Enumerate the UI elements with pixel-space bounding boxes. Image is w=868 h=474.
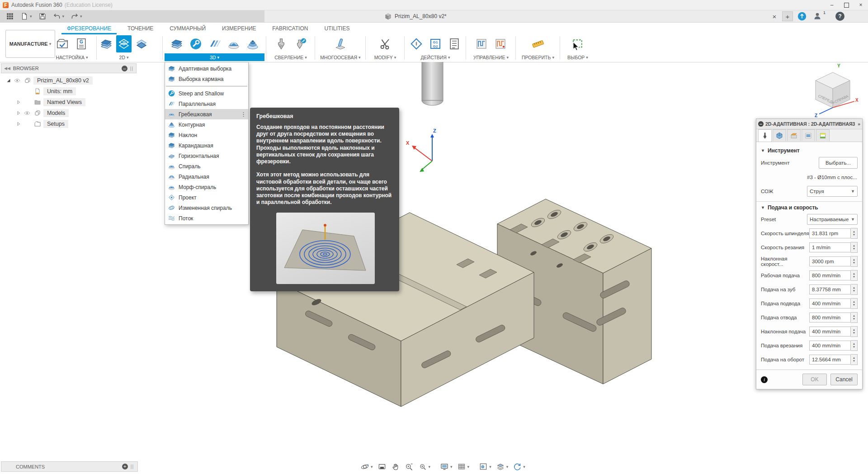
ribbon-tool-sheet-list[interactable] (446, 35, 463, 52)
ribbon-group-label-многоосевая[interactable]: МНОГООСЕВАЯ (317, 53, 364, 61)
ribbon-group-label-3d[interactable]: 3D (165, 53, 264, 61)
spinner-buttons[interactable]: ▲▼ (851, 284, 858, 295)
collapse-arrows-icon[interactable]: ◀◀ (4, 66, 10, 71)
menu-item-морф-спираль[interactable]: Морф-спираль (165, 182, 248, 192)
document-close-icon[interactable]: × (769, 11, 779, 21)
cancel-button[interactable]: Cancel (830, 374, 858, 385)
nav-refresh-button[interactable] (513, 462, 525, 471)
spinner-buttons[interactable]: ▲▼ (851, 270, 858, 281)
comments-bar[interactable]: COMMENTS + || (1, 461, 138, 472)
account-button[interactable]: 1 (813, 11, 825, 21)
input-наклонная-скорост-[interactable]: 3000 rpm (809, 256, 851, 266)
select-tool-button[interactable]: Выбрать... (819, 157, 858, 169)
nav-pan-button[interactable] (391, 462, 400, 471)
spinner-buttons[interactable]: ▲▼ (851, 228, 858, 239)
app-launcher-button[interactable] (3, 11, 17, 22)
dialog-dock-icon[interactable]: » (858, 121, 860, 127)
input-подача-на-оборот[interactable]: 12.5664 mm (809, 355, 851, 365)
menu-item-измененная-спираль[interactable]: Измененная спираль (165, 203, 248, 213)
menu-item-steep-and-shallow[interactable]: Steep and Shallow (165, 88, 248, 99)
ribbon-group-label-действия[interactable]: ДЕЙСТВИЯ (406, 53, 464, 61)
spinner-buttons[interactable]: ▲▼ (851, 340, 858, 351)
ribbon-tool-scissors[interactable] (377, 35, 394, 52)
ribbon-tool-dome[interactable] (225, 35, 242, 52)
save-button[interactable] (35, 11, 50, 22)
workspace-tab-измерение[interactable]: ИЗМЕРЕНИЕ (214, 23, 264, 34)
ribbon-tool-toolpath-b[interactable] (492, 35, 509, 52)
dialog-minimize-icon[interactable]: – (758, 121, 764, 127)
operation-tab-pt-geom[interactable] (773, 129, 786, 141)
nav-grid-and-snaps-button[interactable] (457, 462, 470, 471)
menu-item-адаптивная-выборка[interactable]: Адаптивная выборка (165, 63, 248, 74)
ribbon-tool-sim-diamond[interactable] (408, 35, 425, 52)
ribbon-tool-post-g[interactable]: G (73, 35, 90, 52)
minimize-button[interactable]: – (825, 0, 839, 10)
ribbon-tool-ruler[interactable] (529, 35, 547, 52)
browser-row-named-views[interactable]: Named Views (1, 97, 137, 108)
undo-button[interactable] (50, 11, 68, 22)
ribbon-tool-sheets[interactable] (168, 35, 185, 52)
nav-effects-button[interactable] (496, 462, 509, 471)
expander-icon[interactable] (14, 88, 23, 95)
ribbon-tool-cone[interactable] (244, 35, 261, 52)
menu-item-горизонтальная[interactable]: Горизонтальная (165, 151, 248, 161)
input-скорость-резания[interactable]: 1 m/min (809, 242, 851, 252)
input-подача-на-зуб[interactable]: 8.37758 mm (809, 284, 851, 294)
browser-row-models[interactable]: Models (1, 108, 137, 118)
kebab-menu-icon[interactable]: ⋮ (241, 111, 246, 118)
menu-item-наклон[interactable]: Наклон (165, 130, 248, 140)
menu-item-выборка-кармана[interactable]: Выборка кармана (165, 74, 248, 84)
browser-minimize-icon[interactable]: – (122, 66, 127, 71)
operation-tab-pt-passes[interactable] (802, 129, 815, 141)
ribbon-tool-face-diamond[interactable] (133, 35, 149, 52)
workspace-tab-фрезерование[interactable]: ФРЕЗЕРОВАНИЕ (59, 23, 119, 34)
operation-tab-pt-link[interactable] (816, 129, 830, 141)
ok-button[interactable]: OK (802, 374, 827, 385)
ribbon-tool-sheets[interactable] (99, 35, 114, 52)
browser-row-setups[interactable]: Setups (1, 118, 137, 129)
visibility-eye-icon[interactable] (13, 77, 22, 84)
operation-tab-pt-heights[interactable] (787, 129, 801, 141)
ribbon-group-label-сверление[interactable]: СВЕРЛЕНИЕ (268, 53, 313, 61)
help-button[interactable]: ? (835, 12, 844, 21)
ribbon-tool-diamond-active[interactable] (116, 35, 132, 52)
menu-item-проект[interactable]: Проект (165, 192, 248, 203)
expander-icon[interactable] (5, 77, 13, 84)
document-tab[interactable]: Prizim_AL_80x80 v2* (384, 10, 447, 22)
ribbon-tool-parallel[interactable] (206, 35, 223, 52)
ribbon-group-label-настройка[interactable]: НАСТРОЙКА (49, 53, 95, 61)
expander-icon[interactable] (14, 109, 23, 117)
visibility-eye-icon[interactable] (23, 99, 32, 106)
visibility-eye-icon[interactable] (23, 109, 32, 117)
file-menu-button[interactable] (17, 11, 35, 22)
menu-item-гребешковая[interactable]: Гребешковая⋮ (165, 109, 248, 119)
operation-dialog-header[interactable]: – 2D-АДАПТИВНАЯ : 2D-АДАПТИВНАЯ3 » (756, 119, 862, 129)
spinner-buttons[interactable]: ▲▼ (851, 242, 858, 253)
menu-item-параллельная[interactable]: Параллельная (165, 99, 248, 109)
section-header-подача-и-скорость[interactable]: ▼Подача и скорость (761, 204, 858, 211)
ribbon-tool-drill-wrench[interactable] (292, 35, 309, 52)
spinner-buttons[interactable]: ▲▼ (851, 298, 858, 309)
input-рабочая-подача[interactable]: 800 mm/min (809, 270, 851, 280)
dropdown-сож[interactable]: Струя▼ (807, 186, 858, 197)
menu-item-радиальная[interactable]: Радиальная (165, 171, 248, 182)
spinner-buttons[interactable]: ▲▼ (851, 326, 858, 337)
menu-item-контурная[interactable]: Контурная (165, 119, 248, 130)
nav-display-settings-button[interactable] (440, 462, 453, 471)
comments-drag-handle[interactable]: || (131, 464, 134, 469)
view-cube[interactable]: СПЕРЕДИ СПРАВА (806, 62, 864, 121)
ribbon-group-label-2d[interactable]: 2D (99, 53, 149, 61)
menu-item-поток[interactable]: Поток (165, 213, 248, 223)
input-подача-отвода[interactable]: 800 mm/min (809, 313, 851, 322)
job-status-icon[interactable] (797, 11, 807, 21)
expander-icon[interactable] (14, 120, 23, 128)
ribbon-tool-swarf[interactable] (332, 35, 349, 52)
maximize-button[interactable] (839, 0, 854, 10)
input-скорость-шпинделя[interactable]: 31.831 rpm (809, 228, 851, 238)
browser-header[interactable]: ◀◀ BROWSER – || (1, 63, 137, 73)
ribbon-tool-wrench-circle[interactable] (187, 35, 204, 52)
expander-icon[interactable] (14, 99, 23, 106)
input-подача-подвода[interactable]: 400 mm/min (809, 299, 851, 308)
visibility-eye-icon[interactable] (23, 120, 32, 128)
workspace-tab-fabrication[interactable]: FABRICATION (264, 23, 316, 34)
